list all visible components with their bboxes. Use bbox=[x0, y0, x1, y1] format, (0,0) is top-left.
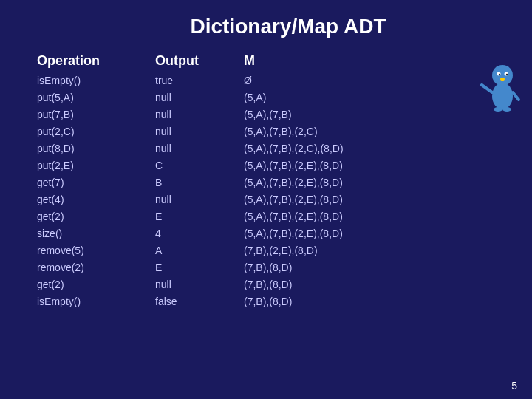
svg-point-5 bbox=[506, 74, 508, 75]
page-number: 5 bbox=[511, 380, 517, 392]
list-item: E bbox=[155, 209, 214, 225]
list-item: E bbox=[155, 260, 214, 276]
list-item: B bbox=[155, 175, 214, 191]
list-item: get(2) bbox=[37, 209, 126, 225]
svg-point-10 bbox=[502, 107, 511, 112]
list-item: (5,A),(7,B),(2,E),(8,D) bbox=[244, 192, 451, 208]
list-item: size() bbox=[37, 226, 126, 242]
list-item: A bbox=[155, 243, 214, 259]
col-operation: Operation isEmpty() put(5,A) put(7,B) pu… bbox=[37, 53, 126, 310]
list-item: put(8,D) bbox=[37, 141, 126, 157]
list-item: false bbox=[155, 294, 214, 310]
list-item: put(5,A) bbox=[37, 90, 126, 106]
list-item: (5,A),(7,B),(2,E),(8,D) bbox=[244, 175, 451, 191]
svg-point-9 bbox=[494, 107, 502, 112]
operation-header: Operation bbox=[37, 53, 126, 69]
list-item: (5,A),(7,B),(2,E),(8,D) bbox=[244, 158, 451, 174]
list-item: (7,B),(2,E),(8,D) bbox=[244, 243, 451, 259]
table-area: Operation isEmpty() put(5,A) put(7,B) pu… bbox=[37, 53, 510, 310]
svg-point-1 bbox=[492, 65, 513, 86]
list-item: get(7) bbox=[37, 175, 126, 191]
list-item: null bbox=[155, 141, 214, 157]
list-item: put(2,E) bbox=[37, 158, 126, 174]
output-header: Output bbox=[155, 53, 214, 69]
list-item: (7,B),(8,D) bbox=[244, 277, 451, 293]
list-item: (5,A),(7,B),(2,C) bbox=[244, 124, 451, 140]
col-output: Output true null null null null C B null… bbox=[155, 53, 214, 310]
list-item: null bbox=[155, 90, 214, 106]
svg-point-0 bbox=[492, 83, 513, 109]
list-item: get(4) bbox=[37, 192, 126, 208]
list-item: put(7,B) bbox=[37, 107, 126, 123]
list-item: (7,B),(8,D) bbox=[244, 260, 451, 276]
list-item: isEmpty() bbox=[37, 294, 126, 310]
list-item: put(2,C) bbox=[37, 124, 126, 140]
list-item: C bbox=[155, 158, 214, 174]
list-item: null bbox=[155, 192, 214, 208]
list-item: (5,A),(7,B),(2,C),(8,D) bbox=[244, 141, 451, 157]
list-item: remove(5) bbox=[37, 243, 126, 259]
list-item: (7,B),(8,D) bbox=[244, 294, 451, 310]
list-item: Ø bbox=[244, 73, 451, 89]
list-item: null bbox=[155, 107, 214, 123]
list-item: 4 bbox=[155, 226, 214, 242]
page-title: Dictionary/Map ADT bbox=[66, 15, 510, 38]
list-item: (5,A),(7,B),(2,E),(8,D) bbox=[244, 226, 451, 242]
list-item: remove(2) bbox=[37, 260, 126, 276]
list-item: (5,A),(7,B) bbox=[244, 107, 451, 123]
list-item: get(2) bbox=[37, 277, 126, 293]
list-item: isEmpty() bbox=[37, 73, 126, 89]
svg-point-4 bbox=[499, 74, 500, 75]
list-item: null bbox=[155, 277, 214, 293]
list-item: true bbox=[155, 73, 214, 89]
svg-point-6 bbox=[500, 78, 505, 81]
list-item: null bbox=[155, 124, 214, 140]
list-item: (5,A),(7,B),(2,E),(8,D) bbox=[244, 209, 451, 225]
m-header: M bbox=[244, 53, 451, 69]
svg-line-8 bbox=[513, 92, 519, 100]
col-m: M Ø (5,A) (5,A),(7,B) (5,A),(7,B),(2,C) … bbox=[244, 53, 451, 310]
mascot-figure bbox=[480, 59, 525, 118]
list-item: (5,A) bbox=[244, 90, 451, 106]
svg-line-7 bbox=[482, 85, 492, 92]
page-container: Dictionary/Map ADT Operation isEmpty() p… bbox=[0, 0, 532, 399]
